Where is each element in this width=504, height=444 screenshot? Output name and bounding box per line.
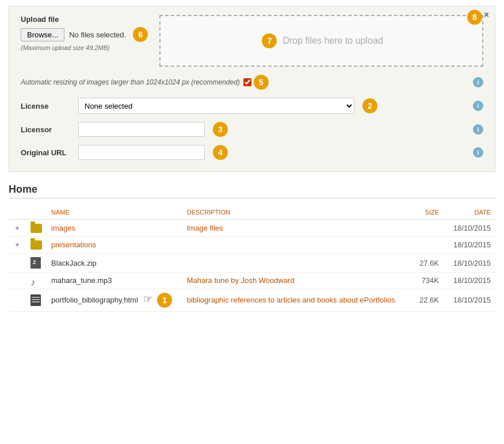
license-info-icon[interactable]: i bbox=[473, 101, 483, 111]
table-header: NAME DESCRIPTION SIZE DATE bbox=[9, 205, 495, 220]
badge-4: 4 bbox=[213, 145, 228, 160]
file-link-mp3[interactable]: mahara_tune.mp3 bbox=[51, 276, 112, 285]
max-size-text: (Maximum upload size 49.2MB) bbox=[21, 44, 148, 51]
html-description: bibliographic references to articles and… bbox=[187, 296, 395, 304]
row-name-blackjack: BlackJack.zip bbox=[47, 254, 182, 273]
home-section: Home NAME DESCRIPTION SIZE DATE + bbox=[9, 183, 495, 312]
original-url-label: Original URL bbox=[21, 148, 72, 157]
table-row: + images Image files 18/10/2015 bbox=[9, 220, 495, 237]
row-date-mp3: 18/10/2015 bbox=[444, 273, 495, 289]
original-url-input[interactable] bbox=[78, 145, 205, 160]
row-actions-images: + bbox=[9, 220, 26, 237]
licensor-input[interactable] bbox=[78, 122, 205, 137]
row-desc-images: Image files bbox=[182, 220, 409, 237]
home-divider bbox=[9, 198, 495, 198]
badge-1: 1 bbox=[157, 293, 172, 308]
no-files-text: No files selected. bbox=[69, 30, 126, 39]
row-size-presentations bbox=[409, 236, 444, 254]
upload-file-label: Upload file bbox=[21, 15, 148, 24]
row-actions-html bbox=[9, 289, 26, 312]
license-select[interactable]: None selected CC BY CC BY-SA CC BY-ND CC… bbox=[78, 98, 354, 114]
badge-5: 5 bbox=[254, 75, 269, 90]
row-desc-blackjack bbox=[182, 254, 409, 273]
file-link-images[interactable]: images bbox=[51, 224, 75, 232]
upload-left-section: Upload file Browse... No files selected.… bbox=[21, 15, 148, 51]
row-desc-html: bibliographic references to articles and… bbox=[182, 289, 409, 312]
row-date-images: 18/10/2015 bbox=[444, 220, 495, 237]
col-header-name: NAME bbox=[47, 205, 182, 220]
close-button[interactable]: × bbox=[484, 10, 489, 20]
file-link-presentations[interactable]: presentations bbox=[51, 240, 96, 249]
resize-checkbox[interactable] bbox=[243, 78, 251, 86]
row-size-blackjack: 27.6K bbox=[409, 254, 444, 273]
row-icon-html bbox=[26, 289, 47, 312]
row-actions-mp3 bbox=[9, 273, 26, 289]
licensor-row: Licensor 3 i bbox=[21, 122, 483, 137]
folder-icon-images bbox=[30, 224, 42, 233]
upload-top-section: Upload file Browse... No files selected.… bbox=[21, 15, 483, 67]
browse-row: Browse... No files selected. 6 bbox=[21, 27, 148, 42]
drop-zone[interactable]: 7 Drop files here to upload bbox=[159, 15, 483, 67]
col-header-date: DATE bbox=[444, 205, 495, 220]
home-title: Home bbox=[9, 183, 495, 196]
license-row: License None selected CC BY CC BY-SA CC … bbox=[21, 98, 483, 114]
browse-button[interactable]: Browse... bbox=[21, 28, 64, 41]
upload-panel: × 8 Upload file Browse... No files selec… bbox=[9, 6, 495, 172]
file-table: NAME DESCRIPTION SIZE DATE + images Imag… bbox=[9, 205, 495, 312]
row-actions-presentations: + bbox=[9, 236, 26, 254]
table-row: portfolio_bibliography.html ☞ 1 bibliogr… bbox=[9, 289, 495, 312]
row-date-blackjack: 18/10/2015 bbox=[444, 254, 495, 273]
table-row: ♪ mahara_tune.mp3 Mahara tune by Josh Wo… bbox=[9, 273, 495, 289]
zip-icon bbox=[30, 257, 41, 269]
table-row: + presentations 18/10/2015 bbox=[9, 236, 495, 254]
row-name-images: images bbox=[47, 220, 182, 237]
row-date-presentations: 18/10/2015 bbox=[444, 236, 495, 254]
table-body: + images Image files 18/10/2015 + bbox=[9, 220, 495, 312]
row-icon-blackjack bbox=[26, 254, 47, 273]
url-info-icon[interactable]: i bbox=[473, 147, 483, 158]
row-name-presentations: presentations bbox=[47, 236, 182, 254]
folder-icon-presentations bbox=[30, 240, 42, 250]
row-name-html: portfolio_bibliography.html ☞ 1 bbox=[47, 289, 182, 312]
row-size-html: 22.6K bbox=[409, 289, 444, 312]
row-size-images bbox=[409, 220, 444, 237]
badge-6: 6 bbox=[133, 27, 148, 42]
add-to-folder-icon-images[interactable]: + bbox=[15, 224, 19, 232]
row-icon-presentations bbox=[26, 236, 47, 254]
drop-zone-text: Drop files here to upload bbox=[282, 36, 383, 46]
badge-2: 2 bbox=[362, 98, 377, 113]
resize-label: Automatic resizing of images larger than… bbox=[21, 78, 240, 86]
licensor-info-icon[interactable]: i bbox=[473, 124, 483, 135]
col-header-actions bbox=[9, 205, 26, 220]
html-file-icon bbox=[30, 294, 41, 306]
licensor-label: Licensor bbox=[21, 125, 72, 134]
row-desc-presentations bbox=[182, 236, 409, 254]
add-to-folder-icon-presentations[interactable]: + bbox=[15, 241, 19, 249]
row-desc-mp3: Mahara tune by Josh Woodward bbox=[182, 273, 409, 289]
resize-info-icon[interactable]: i bbox=[473, 77, 483, 87]
col-header-size: SIZE bbox=[409, 205, 444, 220]
mp3-description: Mahara tune by Josh Woodward bbox=[187, 276, 295, 285]
row-icon-images bbox=[26, 220, 47, 237]
col-header-description: DESCRIPTION bbox=[182, 205, 409, 220]
table-header-row: NAME DESCRIPTION SIZE DATE bbox=[9, 205, 495, 220]
row-size-mp3: 734K bbox=[409, 273, 444, 289]
table-row: BlackJack.zip 27.6K 18/10/2015 bbox=[9, 254, 495, 273]
row-actions-blackjack bbox=[9, 254, 26, 273]
file-link-html[interactable]: portfolio_bibliography.html bbox=[51, 296, 138, 304]
file-link-blackjack[interactable]: BlackJack.zip bbox=[51, 259, 97, 267]
license-label: License bbox=[21, 102, 72, 110]
cursor-icon: ☞ bbox=[143, 293, 152, 305]
original-url-row: Original URL 4 i bbox=[21, 145, 483, 160]
col-header-icon bbox=[26, 205, 47, 220]
row-name-mp3: mahara_tune.mp3 bbox=[47, 273, 182, 289]
row-icon-mp3: ♪ bbox=[26, 273, 47, 289]
badge-3: 3 bbox=[213, 122, 228, 137]
badge-7: 7 bbox=[262, 33, 277, 48]
row-date-html: 18/10/2015 bbox=[444, 289, 495, 312]
music-icon: ♪ bbox=[30, 277, 39, 285]
resize-row: Automatic resizing of images larger than… bbox=[21, 75, 483, 90]
badge-8: 8 bbox=[467, 10, 482, 25]
